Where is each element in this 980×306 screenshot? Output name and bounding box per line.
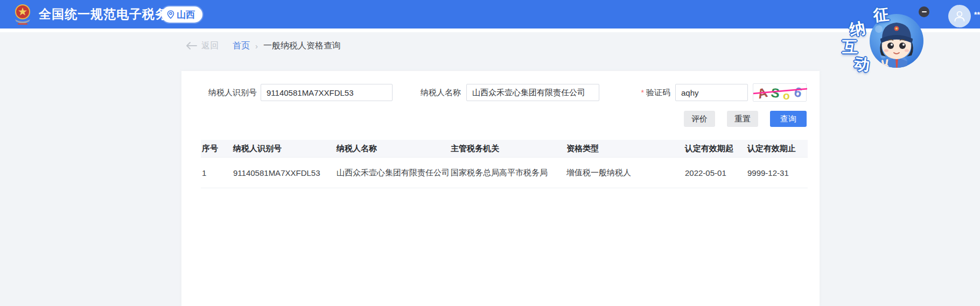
col-header-taxpayer-name: 纳税人名称 [335, 144, 450, 154]
breadcrumb-separator: › [255, 41, 258, 51]
table-header-row: 序号 纳税人识别号 纳税人名称 主管税务机关 资格类型 认定有效期起 认定有效期… [201, 140, 808, 158]
action-button-row: 评价 重置 查询 [684, 111, 807, 127]
svg-text:S: S [770, 85, 781, 101]
cell-tax-authority: 国家税务总局高平市税务局 [450, 168, 565, 178]
svg-text:6: 6 [793, 84, 803, 101]
taxpayer-id-input[interactable] [261, 84, 393, 101]
col-header-tax-authority: 主管税务机关 [450, 144, 565, 154]
taxpayer-name-input[interactable] [466, 84, 599, 101]
query-panel: 纳税人识别号 纳税人名称 *验证码 A S o 6 评价 重置 查询 序号 [181, 71, 820, 306]
col-header-valid-to: 认定有效期止 [746, 144, 808, 154]
breadcrumb: 返回 首页 › 一般纳税人资格查询 [185, 39, 341, 53]
taxpayer-name-label: 纳税人名称 [414, 84, 461, 101]
mascot-char: 征 [872, 4, 890, 27]
query-button[interactable]: 查询 [770, 111, 807, 127]
captcha-image[interactable]: A S o 6 [753, 83, 807, 102]
captcha-label: *验证码 [623, 84, 670, 101]
top-header-bar: 全国统一规范电子税务局 山西 ** [0, 0, 980, 29]
mascot-char: 动 [852, 53, 871, 76]
interaction-assistant-widget[interactable]: 征 纳 互 动 [836, 3, 930, 77]
breadcrumb-home-link[interactable]: 首页 [233, 40, 250, 52]
back-label: 返回 [201, 40, 219, 52]
page: 全国统一规范电子税务局 山西 ** 返回 首页 › 一般 [0, 0, 980, 306]
table-row: 1 91140581MA7XXFDL53 山西众禾壹心集团有限责任公司 国家税务… [201, 158, 808, 188]
evaluate-button[interactable]: 评价 [684, 111, 715, 127]
captcha-label-text: 验证码 [646, 88, 670, 97]
back-arrow-icon [185, 41, 197, 50]
col-header-seq: 序号 [201, 144, 232, 154]
cell-valid-from: 2022-05-01 [684, 168, 746, 177]
results-table: 序号 纳税人识别号 纳税人名称 主管税务机关 资格类型 认定有效期起 认定有效期… [201, 140, 808, 188]
user-icon [953, 9, 967, 23]
location-pin-icon [167, 10, 174, 19]
cell-seq: 1 [201, 168, 232, 177]
col-header-valid-from: 认定有效期起 [684, 144, 746, 154]
breadcrumb-current-page: 一般纳税人资格查询 [263, 40, 341, 52]
cell-taxpayer-id: 91140581MA7XXFDL53 [232, 168, 335, 177]
region-selector[interactable]: 山西 [162, 6, 202, 23]
captcha-input[interactable] [675, 84, 748, 101]
cell-taxpayer-name: 山西众禾壹心集团有限责任公司 [335, 168, 450, 178]
app-title: 全国统一规范电子税务局 [39, 0, 181, 29]
required-mark: * [641, 88, 644, 97]
region-label: 山西 [177, 9, 195, 21]
username-masked: ** [974, 10, 980, 19]
col-header-taxpayer-id: 纳税人识别号 [232, 144, 335, 154]
taxpayer-id-label: 纳税人识别号 [203, 84, 257, 101]
avatar[interactable] [948, 5, 971, 27]
reset-button[interactable]: 重置 [727, 111, 758, 127]
col-header-qualification: 资格类型 [565, 144, 684, 154]
back-button[interactable]: 返回 [185, 40, 219, 52]
cell-qualification: 增值税一般纳税人 [565, 168, 684, 178]
cell-valid-to: 9999-12-31 [746, 168, 808, 177]
national-emblem-logo [12, 3, 33, 27]
